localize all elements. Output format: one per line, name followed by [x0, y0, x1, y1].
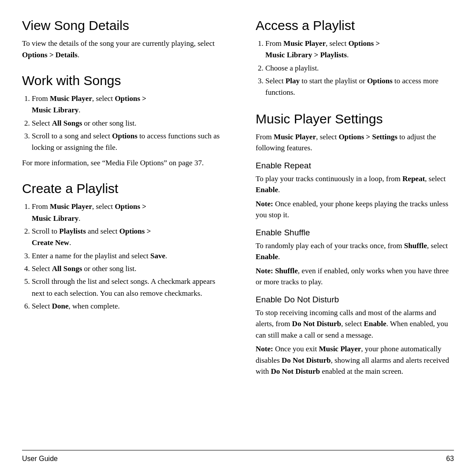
- bold-dnd: Do Not Disturb: [292, 320, 341, 328]
- section-work-with-songs: Work with Songs From Music Player, selec…: [22, 73, 220, 168]
- list-item: Select Done, when complete.: [32, 301, 220, 312]
- bold-options: Options >: [348, 39, 380, 48]
- view-song-details-body: To view the details of the song your are…: [22, 38, 220, 60]
- bold-create-new: Create New: [32, 238, 69, 247]
- bold-repeat: Repeat: [402, 175, 425, 183]
- list-item: Scroll to a song and select Options to a…: [32, 130, 220, 154]
- bold-dnd3: Do Not Disturb: [271, 367, 320, 376]
- bold-music-library: Music Library: [32, 106, 78, 114]
- bold-note-shuffle: Note: Shuffle: [256, 267, 298, 275]
- page: View Song Details To view the details of…: [0, 0, 476, 476]
- section-music-player-settings: Music Player Settings From Music Player,…: [256, 111, 454, 377]
- enable-shuffle-note: Note: Shuffle, even if enabled, only wor…: [256, 265, 454, 288]
- list-item: Select Play to start the playlist or Opt…: [265, 75, 454, 99]
- bold-options: Options >: [115, 202, 146, 211]
- bold-playlists: Playlists: [59, 227, 86, 235]
- bold-enable: Enable: [364, 320, 387, 328]
- left-column: View Song Details To view the details of…: [22, 18, 229, 450]
- music-player-settings-intro: From Music Player, select Options > Sett…: [256, 131, 454, 154]
- bold-music-player: Music Player: [274, 133, 316, 141]
- list-item: Select All Songs or other song list.: [32, 118, 220, 129]
- access-playlist-list: From Music Player, select Options > Musi…: [265, 38, 454, 99]
- music-player-settings-title: Music Player Settings: [256, 111, 454, 127]
- enable-repeat-heading: Enable Repeat: [256, 161, 454, 171]
- work-with-songs-title: Work with Songs: [22, 73, 220, 89]
- list-item: From Music Player, select Options > Musi…: [265, 38, 454, 61]
- list-item: Enter a name for the playlist and select…: [32, 250, 220, 262]
- content-area: View Song Details To view the details of…: [22, 18, 454, 450]
- list-item: Choose a playlist.: [265, 63, 454, 74]
- bold-done: Done: [52, 302, 69, 310]
- work-with-songs-list: From Music Player, select Options > Musi…: [32, 93, 220, 154]
- enable-shuffle-heading: Enable Shuffle: [256, 228, 454, 238]
- section-access-playlist: Access a Playlist From Music Player, sel…: [256, 18, 454, 99]
- footer-right: 63: [446, 455, 454, 463]
- section-create-playlist: Create a Playlist From Music Player, sel…: [22, 181, 220, 312]
- bold-music-library-playlists: Music Library > Playlists: [265, 51, 347, 59]
- enable-repeat-note: Note: Once enabled, your phone keeps pla…: [256, 198, 454, 221]
- enable-shuffle-body: To randomly play each of your tracks onc…: [256, 240, 454, 263]
- bold-save: Save: [150, 252, 165, 260]
- work-with-songs-note: For more information, see “Media File Op…: [22, 157, 220, 169]
- enable-dnd-heading: Enable Do Not Disturb: [256, 295, 454, 305]
- bold-music-player: Music Player: [283, 39, 326, 48]
- bold-options: Options >: [115, 94, 146, 103]
- list-item: From Music Player, select Options > Musi…: [32, 93, 220, 116]
- options-details-bold: Options > Details: [22, 51, 78, 59]
- enable-dnd-body: To stop receiving incoming calls and mos…: [256, 307, 454, 341]
- bold-options: Options: [367, 77, 393, 85]
- bold-dnd2: Do Not Disturb: [282, 356, 331, 364]
- enable-repeat-body: To play your tracks continuously in a lo…: [256, 173, 454, 196]
- bold-music-library: Music Library: [32, 214, 78, 223]
- view-song-details-title: View Song Details: [22, 18, 220, 33]
- enable-dnd-note: Note: Once you exit Music Player, your p…: [256, 343, 454, 377]
- footer-left: User Guide: [22, 455, 58, 463]
- bold-music-player: Music Player: [319, 345, 361, 353]
- bold-music-player: Music Player: [50, 94, 92, 103]
- bold-options2: Options: [112, 132, 138, 140]
- bold-all-songs: All Songs: [52, 119, 82, 127]
- bold-options: Options >: [119, 227, 151, 235]
- list-item: Select All Songs or other song list.: [32, 263, 220, 275]
- list-item: Scroll through the list and select songs…: [32, 276, 220, 299]
- bold-note: Note:: [256, 200, 273, 208]
- create-playlist-title: Create a Playlist: [22, 181, 220, 197]
- bold-all-songs: All Songs: [52, 264, 82, 273]
- list-item: From Music Player, select Options > Musi…: [32, 201, 220, 224]
- bold-play: Play: [286, 77, 300, 85]
- access-playlist-title: Access a Playlist: [256, 18, 454, 33]
- bold-enable: Enable: [256, 186, 278, 194]
- section-view-song-details: View Song Details To view the details of…: [22, 18, 220, 60]
- right-column: Access a Playlist From Music Player, sel…: [247, 18, 454, 450]
- page-footer: User Guide 63: [22, 450, 454, 463]
- list-item: Scroll to Playlists and select Options >…: [32, 226, 220, 249]
- bold-note-dnd: Note:: [256, 345, 273, 353]
- bold-music-player: Music Player: [50, 202, 92, 211]
- bold-shuffle: Shuffle: [404, 242, 427, 250]
- bold-options-settings: Options > Settings: [338, 133, 397, 141]
- bold-enable: Enable: [256, 253, 278, 261]
- create-playlist-list: From Music Player, select Options > Musi…: [32, 201, 220, 312]
